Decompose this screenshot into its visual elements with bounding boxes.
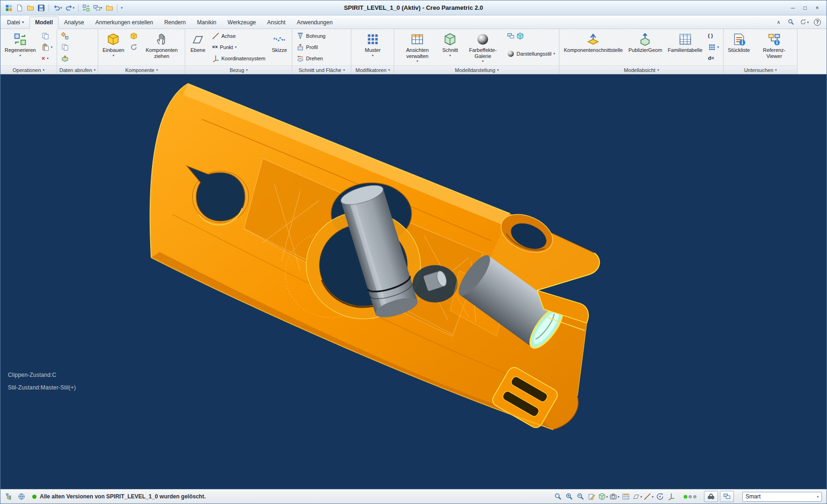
dropdown-arrow-icon: ▾	[652, 495, 653, 498]
publiziergeom-button[interactable]: PublizierGeom	[626, 30, 664, 54]
zoom-in-button[interactable]	[564, 491, 574, 502]
parameter-button[interactable]: ( )	[706, 30, 715, 41]
window-select-button[interactable]	[720, 491, 734, 502]
darstellungsstil-button[interactable]: Darstellungsstil▾	[505, 48, 557, 59]
navigator-toggle-button[interactable]	[4, 491, 15, 502]
refit-button[interactable]	[553, 491, 563, 502]
muster-button[interactable]: Muster ▾	[362, 30, 384, 58]
connection-status-icon	[684, 495, 696, 498]
window-arrange-button[interactable]: ▾	[92, 3, 103, 13]
tab-analyse[interactable]: Analyse	[58, 16, 90, 29]
customize-qat-button[interactable]: ▾	[120, 3, 124, 13]
stueckliste-button[interactable]: Stückliste	[725, 30, 752, 54]
undo-button[interactable]: ▾	[52, 3, 63, 13]
hole-icon	[297, 32, 304, 40]
delete-icon: ×	[42, 55, 45, 61]
user-feature-button[interactable]	[59, 30, 71, 41]
ribbon-group-modifikatoren: Muster ▾ Modifikatoren▾	[351, 29, 394, 74]
command-options-button[interactable]: ▾	[800, 18, 809, 26]
close-window-button[interactable]	[105, 3, 114, 13]
spin-center-button[interactable]	[655, 491, 665, 502]
punkt-button[interactable]: ××Punkt▾	[210, 42, 239, 52]
tab-anmerkungen-erstellen[interactable]: Anmerkungen erstellen	[90, 16, 159, 29]
package-move-button[interactable]	[128, 42, 140, 52]
familientabelle-button[interactable]: Familientabelle	[666, 30, 705, 54]
repaint-button[interactable]	[587, 491, 597, 502]
copy-geometry-button[interactable]	[59, 42, 71, 52]
view-manager-button[interactable]	[621, 491, 631, 502]
save-button[interactable]	[36, 3, 46, 13]
profil-button[interactable]: Profil	[294, 42, 320, 52]
search-button[interactable]	[787, 18, 795, 26]
group-footer-modellabsicht[interactable]: Modellabsicht▾	[559, 65, 723, 74]
collapse-ribbon-button[interactable]: ∧	[775, 18, 782, 26]
reference-viewer-icon	[768, 32, 781, 47]
group-footer-bezug[interactable]: Bezug▾	[185, 65, 292, 74]
status-gray-dot	[689, 495, 692, 498]
display-style-button[interactable]: ▾	[598, 491, 609, 502]
restore-button[interactable]: □	[799, 3, 811, 13]
selection-filter-dropdown[interactable]: Smart ▾	[742, 492, 822, 502]
csys-display-icon	[667, 493, 675, 500]
switch-symbols-button[interactable]: ▾	[706, 42, 722, 52]
group-footer-modelldarstellung[interactable]: Modelldarstellung▾	[394, 65, 559, 74]
group-footer-untersuchen[interactable]: Untersuchen▾	[724, 65, 797, 74]
help-button[interactable]: ?	[814, 19, 821, 26]
shrinkwrap-button[interactable]	[59, 53, 71, 64]
minimize-button[interactable]: ─	[787, 3, 798, 13]
tab-modell[interactable]: Modell	[29, 16, 58, 29]
tab-werkzeuge[interactable]: Werkzeuge	[222, 16, 261, 29]
display-columns-button[interactable]	[505, 30, 526, 41]
skizze-button[interactable]: Skizze	[268, 30, 290, 54]
datum-display-button[interactable]: ▾	[632, 491, 643, 502]
redo-button[interactable]: ▾	[65, 3, 76, 13]
koordinatensystem-button[interactable]: Koordinatensystem	[210, 53, 268, 64]
graphics-area[interactable]: Clippen-Zustand:C Stil-Zustand:Master-St…	[0, 74, 827, 489]
dropdown-arrow-icon: ▾	[73, 6, 75, 9]
komponenten-ziehen-button[interactable]: Komponenten ziehen	[141, 30, 183, 60]
axis-display-button[interactable]: ▾	[643, 491, 654, 502]
ebene-button[interactable]: Ebene	[187, 30, 209, 54]
einbauen-button[interactable]: Einbauen ▾	[100, 30, 127, 58]
bohrung-button[interactable]: Bohrung	[294, 30, 328, 41]
group-footer-operationen[interactable]: Operationen▾	[0, 65, 57, 74]
tab-rendern[interactable]: Rendern	[159, 16, 191, 29]
browser-toggle-button[interactable]	[16, 491, 27, 502]
shading-icon	[507, 50, 515, 58]
paste-button[interactable]: ▾	[39, 42, 55, 52]
csys-display-button[interactable]	[666, 491, 676, 502]
close-button[interactable]: ×	[812, 3, 823, 13]
group-footer-komponente[interactable]: Komponente▾	[98, 65, 185, 74]
tab-anwendungen[interactable]: Anwendungen	[291, 16, 338, 29]
referenz-viewer-button[interactable]: Referenz-Viewer	[753, 30, 795, 60]
farbeffekte-galerie-button[interactable]: Farbeffekte-Galerie ▾	[462, 30, 504, 64]
saved-orientations-button[interactable]: ▾	[609, 491, 620, 502]
delete-button[interactable]: ×▾	[39, 53, 51, 64]
regenerieren-button[interactable]: Regenerieren ▾	[2, 30, 38, 58]
windows-icon	[93, 4, 101, 12]
ansichten-verwalten-button[interactable]: Ansichten verwalten ▾	[396, 30, 438, 64]
relationen-button[interactable]: d=	[706, 53, 717, 64]
axis-display-icon	[644, 493, 651, 500]
app-icon[interactable]	[4, 3, 14, 13]
drehen-button[interactable]: Drehen	[294, 53, 325, 64]
tab-manikin[interactable]: Manikin	[191, 16, 222, 29]
tab-datei[interactable]: Datei▾	[1, 16, 29, 29]
achse-button[interactable]: Achse	[210, 30, 238, 41]
regenerate-quick-button[interactable]	[81, 3, 91, 13]
group-footer-schnitt-und-flaeche[interactable]: Schnitt und Fläche▾	[292, 65, 351, 74]
ribbon-tabbar: Datei▾ Modell Analyse Anmerkungen erstel…	[0, 15, 827, 29]
find-button[interactable]	[704, 491, 718, 502]
zoom-out-button[interactable]	[575, 491, 586, 502]
copy-button[interactable]	[39, 30, 51, 41]
3d-model-canvas[interactable]	[0, 74, 827, 489]
open-file-button[interactable]	[26, 3, 35, 13]
new-file-button[interactable]	[15, 3, 24, 13]
ribbon-group-komponente: Einbauen ▾ Komponenten ziehen Komponente…	[98, 29, 185, 74]
tab-ansicht[interactable]: Ansicht	[261, 16, 291, 29]
schnitt-button[interactable]: Schnitt ▾	[439, 30, 461, 58]
komponentenschnittstelle-button[interactable]: Komponentenschnittstelle	[561, 30, 625, 54]
group-footer-daten-abrufen[interactable]: Daten abrufen▾	[57, 65, 98, 74]
create-component-button[interactable]	[128, 30, 140, 41]
group-footer-modifikatoren[interactable]: Modifikatoren▾	[351, 65, 394, 74]
